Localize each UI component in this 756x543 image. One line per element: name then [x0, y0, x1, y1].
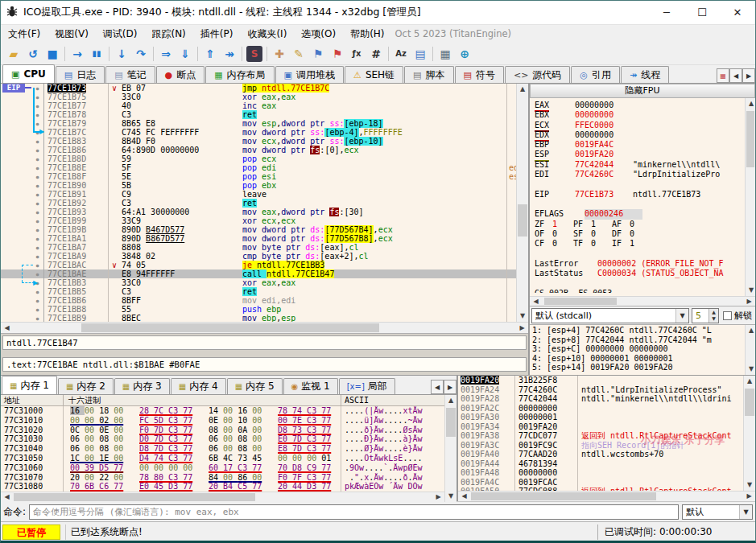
- arg-count-spinner[interactable]: 5 ▲▼: [692, 308, 719, 323]
- register-row[interactable]: EDI77C4260C"LdrpInitializePro: [530, 170, 745, 179]
- tab-日志[interactable]: ▤日志: [56, 66, 105, 83]
- menu-item[interactable]: 选项(O): [294, 26, 343, 43]
- disasm-row[interactable]: ●77CE1B91C9leave: [1, 190, 528, 199]
- breakpoint-dot[interactable]: ●: [31, 128, 44, 137]
- modules-icon[interactable]: ▤: [411, 45, 430, 63]
- dump-row[interactable]: 77C310501C 00 1E 00D4 74 C3 776B 4C 73 4…: [1, 454, 444, 463]
- calculator-icon[interactable]: ▦: [436, 45, 455, 63]
- open-file-icon[interactable]: ▰: [4, 45, 23, 63]
- disasm-row[interactable]: ●77CE1B905Bpop ebx: [1, 181, 528, 190]
- breakpoint-dot[interactable]: ●: [31, 305, 44, 314]
- dump-tab-监视 1[interactable]: ◉监视 1: [283, 378, 338, 394]
- trace-tab-icon[interactable]: ▦: [717, 68, 729, 83]
- scroll-up-arrow[interactable]: ▲: [746, 98, 756, 109]
- dump-row[interactable]: 77C3108070 6B C6 77E0 45 D3 7720 B4 C5 7…: [1, 482, 444, 492]
- tab-符号[interactable]: ▤符号: [455, 66, 504, 83]
- breakpoint-dot[interactable]: ●: [31, 190, 44, 199]
- dump-tab-局部[interactable]: [x=]局部: [339, 378, 395, 394]
- step-over-icon[interactable]: ↷: [131, 45, 151, 63]
- disasm-row[interactable]: ●77CE1B78C3ret: [1, 110, 528, 119]
- scroll-thumb[interactable]: [446, 408, 456, 437]
- scroll-thumb[interactable]: [471, 492, 656, 500]
- disasm-row[interactable]: ●77CE1B7CC745 FC FEFFFFFFmov dword ptr s…: [1, 128, 528, 137]
- disasm-row[interactable]: ●77CE1BB333C0xor eax,eax: [1, 278, 528, 287]
- breakpoint-dot[interactable]: ●: [31, 154, 44, 163]
- scroll-left-arrow[interactable]: ◀: [530, 297, 542, 306]
- register-row[interactable]: ECXFFEC0000: [530, 121, 745, 130]
- stack-vscrollbar[interactable]: ▲ ▼: [743, 376, 755, 491]
- stack-row[interactable]: 0019FA4077CAAD20ntdll.wcstombs+70: [458, 450, 743, 459]
- strings-icon[interactable]: Az: [391, 45, 411, 63]
- disasm-row[interactable]: ●77CE1B73∨EB 07jmp ntdll.77CE1B7C: [1, 84, 528, 93]
- disasm-row[interactable]: ●77CE1BA93848 02cmp byte ptr ds:[eax+2],…: [1, 252, 528, 261]
- menu-item[interactable]: 收藏夹(I): [240, 26, 294, 43]
- dump-hscrollbar[interactable]: ◀ ▶: [1, 492, 444, 502]
- disasm-vscrollbar[interactable]: ▲ ▼: [516, 84, 528, 322]
- scroll-thumb[interactable]: [518, 204, 527, 237]
- pause-icon[interactable]: ▮▮: [87, 45, 106, 63]
- breakpoint-dot[interactable]: ●: [31, 101, 44, 110]
- scroll-thumb[interactable]: [544, 298, 617, 305]
- dump-row[interactable]: 77C3104006 00 08 00D8 7D C3 7706 00 08 0…: [1, 444, 444, 454]
- unlock-checkbox[interactable]: [723, 311, 732, 320]
- disasm-row[interactable]: ●77CE1B798B65 E8mov esp,dword ptr ss:[eb…: [1, 119, 528, 128]
- tab-scroll-right-icon[interactable]: ▶: [742, 68, 755, 83]
- dump-tab-内存 5[interactable]: ▦内存 5: [227, 378, 283, 394]
- argument-row[interactable]: 4: [esp+10] 00000001 00000001: [530, 354, 745, 364]
- scroll-thumb[interactable]: [746, 111, 754, 167]
- stack-row[interactable]: 0019FA4C0019FCAC: [458, 478, 743, 487]
- breakpoint-dot[interactable]: ●: [31, 84, 44, 93]
- argument-row[interactable]: 1: [esp+4] 77C4260C ntdll.77C4260C "L: [530, 326, 745, 335]
- chevron-down-icon[interactable]: ▼: [675, 309, 688, 323]
- dump-row[interactable]: 77C3101000 00 02 00FC 5D C3 770E 00 10 0…: [1, 416, 444, 426]
- breakpoint-dot[interactable]: ●: [31, 119, 44, 128]
- stack-hscrollbar[interactable]: ◀ ▶: [458, 491, 755, 501]
- run-to-user-code-icon[interactable]: ↠: [220, 45, 239, 63]
- scroll-up-arrow[interactable]: ▲: [517, 84, 528, 95]
- tab-scroll-right-icon[interactable]: ▶: [444, 380, 456, 394]
- scroll-right-arrow[interactable]: ▶: [743, 297, 755, 306]
- register-row[interactable]: LastError00000002 (ERROR_FILE_NOT_F: [530, 259, 745, 269]
- stack-row[interactable]: 0019FA3877CDC077返回到 ntdll.RtlCaptureStac…: [458, 431, 743, 441]
- breakpoint-dot[interactable]: ●: [31, 146, 44, 154]
- breakpoint-dot[interactable]: ●: [31, 252, 44, 261]
- scroll-right-arrow[interactable]: ▶: [516, 323, 528, 333]
- scroll-down-arrow[interactable]: ▼: [746, 285, 756, 296]
- registers-vscrollbar[interactable]: ▲ ▼: [745, 98, 755, 296]
- dump-row[interactable]: 77C3103006 00 08 00D0 7D C3 7706 00 08 0…: [1, 434, 444, 444]
- tab-线程[interactable]: ↠线程: [621, 66, 669, 83]
- dump-tab-内存 3[interactable]: ▦内存 3: [114, 378, 170, 394]
- stack-row[interactable]: 0019FA340019FA20: [458, 422, 743, 432]
- dump-tab-内存 4[interactable]: ▦内存 4: [171, 378, 226, 394]
- register-row[interactable]: EIP77CE1B73ntdll.77CE1B73: [530, 190, 745, 200]
- step-into-icon[interactable]: ↓: [112, 45, 131, 63]
- scroll-up-arrow[interactable]: ▲: [744, 376, 755, 387]
- menu-item[interactable]: 插件(P): [193, 26, 241, 43]
- scroll-left-arrow[interactable]: ◀: [458, 492, 470, 501]
- tab-SEH链[interactable]: ⚠SEH链: [345, 66, 403, 83]
- menu-item[interactable]: 帮助(H): [343, 26, 391, 43]
- breakpoint-dot[interactable]: ●: [31, 137, 44, 146]
- disasm-row[interactable]: ●77CE1BA1890D B867D577mov dword ptr ds:[…: [1, 234, 528, 243]
- calling-convention-dropdown[interactable]: 默认 (stdcall) ▼: [531, 308, 689, 323]
- disasm-row[interactable]: ●77CE1B7533C0xor eax,eax: [1, 93, 528, 101]
- menu-item[interactable]: 跟踪(N): [144, 26, 192, 43]
- register-row[interactable]: EAX00000000: [530, 101, 745, 110]
- scroll-up-arrow[interactable]: ▲: [746, 325, 756, 336]
- register-row[interactable]: EDX00000000: [530, 130, 745, 140]
- dump-row[interactable]: 77C3107020 00 22 0078 80 C3 7784 00 86 0…: [1, 473, 444, 483]
- register-row[interactable]: CF0TF0IF1: [530, 239, 745, 249]
- run-icon[interactable]: →: [68, 45, 87, 63]
- patch-icon[interactable]: ✚: [270, 45, 289, 63]
- register-row[interactable]: LastStatusC0000034 (STATUS_OBJECT_NA: [530, 269, 745, 278]
- disasm-row[interactable]: ●77CE1BB68BFFmov edi,edi: [1, 296, 528, 305]
- spin-down-icon[interactable]: ▼: [709, 315, 718, 323]
- hide-fpu-button[interactable]: 隐藏FPU: [530, 84, 755, 98]
- stack-row[interactable]: 0019FA2C00000000: [458, 404, 743, 413]
- dump-row[interactable]: 77C3100016 00 18 0028 7C C3 7714 00 16 0…: [1, 406, 444, 416]
- maximize-button[interactable]: ☐: [684, 1, 720, 24]
- breakpoint-dot[interactable]: ●: [31, 287, 44, 296]
- dump-tab-内存 1[interactable]: ▦内存 1: [2, 376, 57, 394]
- disasm-row[interactable]: ●77CE1B838B4D F0mov ecx,dword ptr ss:[eb…: [1, 137, 528, 146]
- scroll-up-arrow[interactable]: ▲: [445, 395, 456, 406]
